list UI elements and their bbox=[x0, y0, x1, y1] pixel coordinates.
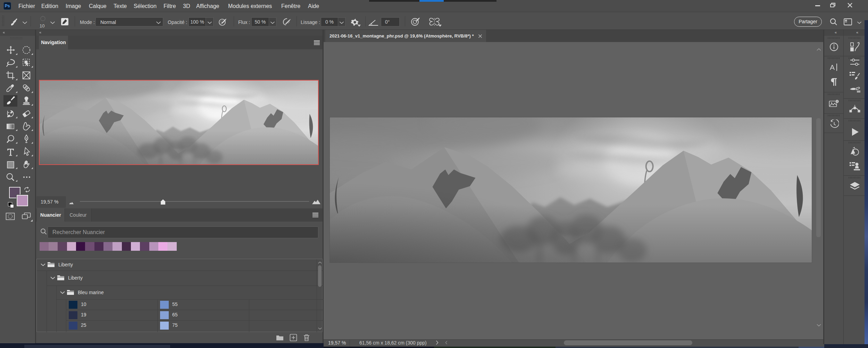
svg-text:A: A bbox=[830, 63, 835, 71]
